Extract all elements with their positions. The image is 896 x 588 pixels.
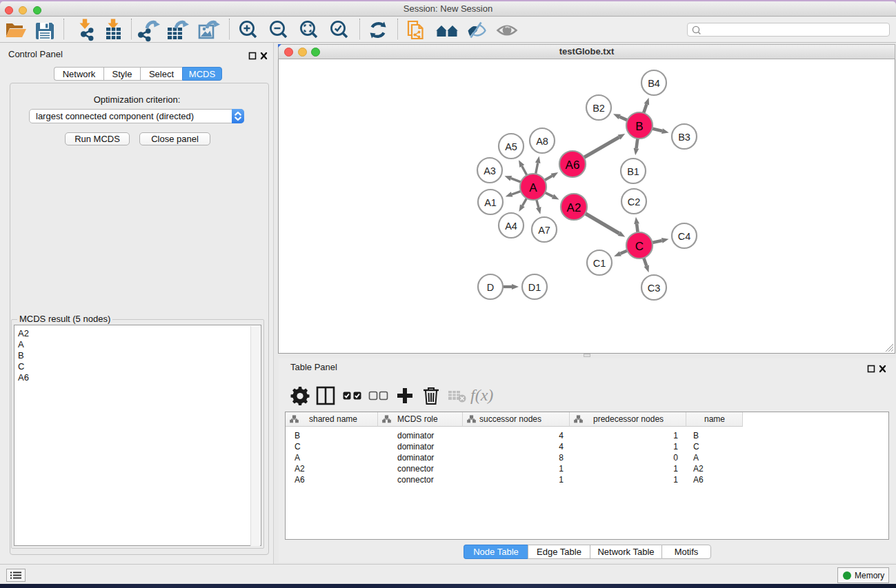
svg-text:A: A bbox=[529, 181, 537, 194]
svg-text:A4: A4 bbox=[505, 221, 517, 232]
svg-text:C: C bbox=[635, 240, 644, 253]
svg-text:B: B bbox=[635, 120, 643, 133]
svg-text:B1: B1 bbox=[627, 166, 639, 177]
svg-text:D1: D1 bbox=[528, 282, 541, 293]
svg-text:C2: C2 bbox=[628, 196, 641, 207]
svg-text:B4: B4 bbox=[648, 78, 660, 89]
svg-text:C3: C3 bbox=[648, 283, 661, 294]
svg-text:A1: A1 bbox=[484, 197, 497, 208]
svg-text:C1: C1 bbox=[593, 258, 606, 269]
svg-text:A3: A3 bbox=[484, 165, 496, 176]
svg-text:A6: A6 bbox=[566, 159, 580, 172]
svg-text:B2: B2 bbox=[593, 103, 605, 114]
svg-text:A2: A2 bbox=[567, 201, 581, 214]
svg-text:B3: B3 bbox=[678, 132, 690, 143]
svg-text:A7: A7 bbox=[538, 225, 550, 236]
svg-text:C4: C4 bbox=[678, 231, 691, 242]
svg-text:A8: A8 bbox=[536, 136, 548, 147]
svg-text:D: D bbox=[487, 282, 494, 293]
svg-text:A5: A5 bbox=[505, 141, 517, 152]
svg-text:f(x): f(x) bbox=[470, 386, 493, 404]
